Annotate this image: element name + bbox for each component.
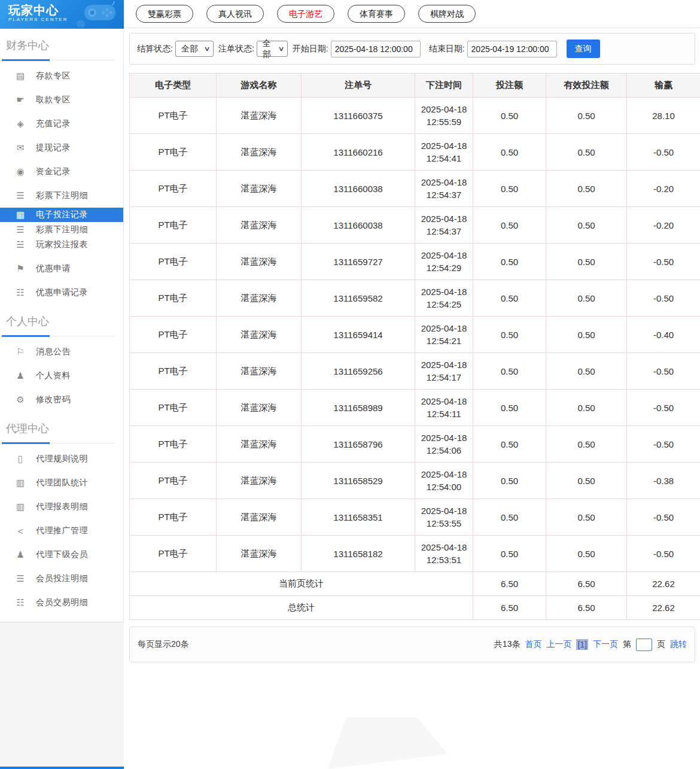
sidebar-menu-item[interactable]: ⚐ 消息公告 xyxy=(0,340,123,364)
cell-bet-no: 1311659727 xyxy=(302,244,415,280)
sidebar-menu-item[interactable]: ☰ 彩票下注明细 xyxy=(0,184,123,208)
jump-link[interactable]: 跳转 xyxy=(670,639,687,650)
bet-date: 2025-04-18 xyxy=(416,431,471,444)
sidebar-menu: 财务中心 ▤ 存款专区 ☛ 取款专区 ◈ 充值记录 ✉ xyxy=(0,29,124,622)
cell-type: PT电子 xyxy=(130,134,217,171)
bet-date: 2025-04-18 xyxy=(416,285,471,298)
withdraw-record-icon: ✉ xyxy=(14,142,26,153)
page-summary-amount: 6.50 xyxy=(473,572,546,596)
prev-page-link[interactable]: 上一页 xyxy=(546,639,571,650)
bet-date: 2025-04-18 xyxy=(416,249,471,262)
cell-bet-time: 2025-04-18 12:55:59 xyxy=(415,98,473,134)
sidebar-menu-item[interactable]: ▦ 电子投注记录 xyxy=(0,208,123,222)
page-jump-input[interactable] xyxy=(636,639,652,651)
cell-type: PT电子 xyxy=(130,390,217,426)
sidebar-menu-item[interactable]: ✉ 提现记录 xyxy=(0,136,123,160)
deposit-zone-icon: ▤ xyxy=(14,71,26,81)
cell-winloss: -0.50 xyxy=(627,244,700,280)
next-page-link[interactable]: 下一页 xyxy=(593,639,618,650)
cell-bet-time: 2025-04-18 12:54:37 xyxy=(415,207,473,244)
cell-game: 湛蓝深海 xyxy=(217,353,302,390)
bet-records-table: 电子类型 游戏名称 注单号 下注时间 投注额 有效投注额 输赢 PT电子 湛蓝深… xyxy=(129,73,700,620)
member-bet-detail-icon: ☰ xyxy=(14,573,26,584)
funds-record-icon: ◉ xyxy=(14,166,26,177)
cell-game: 湛蓝深海 xyxy=(217,463,302,499)
cell-type: PT电子 xyxy=(130,317,217,353)
query-button[interactable]: 查询 xyxy=(567,39,600,58)
cell-game: 湛蓝深海 xyxy=(217,134,302,171)
end-date-input[interactable] xyxy=(467,41,557,57)
first-page-link[interactable]: 首页 xyxy=(525,639,541,650)
settle-status-label: 结算状态: xyxy=(137,44,173,54)
category-tab-label: 电子游艺 xyxy=(289,9,322,19)
cell-amount: 0.50 xyxy=(473,134,546,171)
category-tab[interactable]: 真人视讯 xyxy=(206,5,264,23)
sidebar-menu-item[interactable]: ▯ 代理规则说明 xyxy=(0,447,123,471)
sidebar-menu-item[interactable]: ☰ 彩票下注明细 xyxy=(0,222,123,237)
cell-amount: 0.50 xyxy=(473,171,546,207)
sidebar-menu-item[interactable]: ☷ 优惠申请记录 xyxy=(0,281,123,305)
sidebar-menu-item[interactable]: ♟ 个人资料 xyxy=(0,364,123,388)
section-heading-personal: 个人中心 xyxy=(0,314,115,336)
bet-time: 12:54:29 xyxy=(416,262,471,274)
sidebar-menu-item[interactable]: ☷ 会员交易明细 xyxy=(0,591,123,615)
cell-game: 湛蓝深海 xyxy=(217,536,302,572)
filter-panel: 结算状态: 全部 ∨ 注单状态: 全部 ∨ 开始日期: 结束日期: 查询 xyxy=(129,33,695,65)
settle-status-select[interactable]: 全部 ∨ xyxy=(175,41,214,57)
cell-valid: 0.50 xyxy=(546,463,627,499)
sidebar-menu-item[interactable]: ⚑ 优惠申请 xyxy=(0,257,123,281)
cell-bet-no: 1311659414 xyxy=(302,317,415,353)
promo-record-icon: ☷ xyxy=(14,287,26,298)
cell-game: 湛蓝深海 xyxy=(217,426,302,463)
page-jump-prefix: 第 xyxy=(623,639,631,650)
background-watermark-shape xyxy=(323,715,450,769)
cell-valid: 0.50 xyxy=(546,499,627,536)
cell-amount: 0.50 xyxy=(473,463,546,499)
page-summary-label: 当前页统计 xyxy=(130,572,473,596)
sidebar-menu-item[interactable]: ☱ 玩家投注报表 xyxy=(0,237,123,252)
bet-date: 2025-04-18 xyxy=(416,468,471,481)
sidebar-menu-item[interactable]: ♟ 代理下级会员 xyxy=(0,543,123,567)
cell-bet-no: 1311658796 xyxy=(302,426,415,463)
bet-time: 12:54:37 xyxy=(416,189,471,201)
bet-time: 12:54:00 xyxy=(416,481,471,493)
sidebar-menu-item[interactable]: ☛ 取款专区 xyxy=(0,88,123,112)
cell-game: 湛蓝深海 xyxy=(217,98,302,134)
category-tab[interactable]: 棋牌对战 xyxy=(418,5,476,23)
category-tab[interactable]: 电子游艺 xyxy=(277,5,334,23)
sidebar-menu-item[interactable]: < 代理推广管理 xyxy=(0,519,123,543)
category-tab-label: 真人视讯 xyxy=(218,9,252,19)
cell-bet-no: 1311660375 xyxy=(302,98,415,134)
cell-amount: 0.50 xyxy=(473,390,546,426)
bet-time: 12:55:59 xyxy=(416,115,471,128)
cell-game: 湛蓝深海 xyxy=(217,280,302,317)
cell-bet-no: 1311660038 xyxy=(302,207,415,244)
sidebar-menu-item[interactable]: ☰ 会员投注明细 xyxy=(0,567,123,591)
category-tab[interactable]: 雙赢彩票 xyxy=(136,5,193,23)
order-status-select[interactable]: 全部 ∨ xyxy=(257,41,288,57)
lottery-bet-detail-icon: ☰ xyxy=(14,190,26,201)
start-date-input[interactable] xyxy=(331,41,421,57)
password-gear-icon: ⚙ xyxy=(14,394,26,405)
sidebar-menu-item[interactable]: ⚙ 修改密码 xyxy=(0,388,123,412)
sidebar-bottom-accent-bar xyxy=(0,767,124,769)
category-tab[interactable]: 体育赛事 xyxy=(348,5,405,23)
sidebar-menu-item[interactable]: ▥ 代理团队统计 xyxy=(0,471,123,495)
cell-winloss: -0.40 xyxy=(627,317,700,353)
cell-winloss: -0.50 xyxy=(627,134,700,171)
app-logo: 玩家中心 PLAYERS CENTER xyxy=(0,0,124,29)
cell-game: 湛蓝深海 xyxy=(217,317,302,353)
sidebar-menu-item[interactable]: ▤ 存款专区 xyxy=(0,64,123,88)
cell-winloss: -0.50 xyxy=(627,536,700,572)
cell-amount: 0.50 xyxy=(473,244,546,280)
table-row: PT电子 湛蓝深海 1311658351 2025-04-18 12:53:55… xyxy=(130,499,700,536)
cell-bet-time: 2025-04-18 12:54:41 xyxy=(415,134,473,171)
table-row: PT电子 湛蓝深海 1311660038 2025-04-18 12:54:37… xyxy=(130,171,700,207)
total-summary-amount: 6.50 xyxy=(473,596,546,620)
lottery-bet-detail-icon: ☰ xyxy=(14,224,26,235)
sidebar-menu-item[interactable]: ◉ 资金记录 xyxy=(0,160,123,184)
table-row: PT电子 湛蓝深海 1311660375 2025-04-18 12:55:59… xyxy=(130,98,700,134)
sidebar-menu-item[interactable]: ▥ 代理报表明细 xyxy=(0,495,123,519)
cell-bet-no: 1311658182 xyxy=(302,536,415,572)
sidebar-menu-item[interactable]: ◈ 充值记录 xyxy=(0,112,123,136)
